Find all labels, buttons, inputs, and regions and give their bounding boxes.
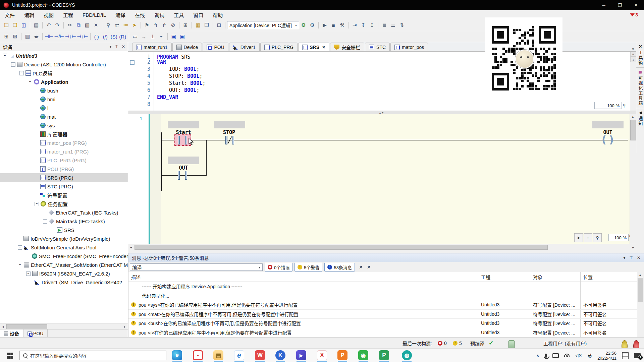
paste-button[interactable]: ▧ bbox=[83, 21, 91, 29]
menu-help[interactable]: 帮助 bbox=[208, 10, 227, 19]
select-tool-button[interactable]: ➤ bbox=[574, 233, 583, 242]
scroll-left-icon[interactable]: ◂ bbox=[128, 245, 134, 250]
tab-safety-fence[interactable]: 安全栅栏 bbox=[330, 43, 364, 51]
taskbar-app-recorder[interactable]: ● bbox=[193, 350, 203, 360]
clear-all-messages-icon[interactable]: ✕ bbox=[367, 264, 371, 270]
panel-dropdown-icon[interactable]: ▾ bbox=[109, 44, 111, 49]
find-button[interactable]: ⚲ bbox=[104, 21, 112, 29]
insert-reset-coil-button[interactable]: (R) bbox=[119, 33, 127, 41]
operand-comment-box[interactable] bbox=[168, 121, 199, 128]
logout-button[interactable]: ⚙ bbox=[308, 21, 316, 29]
tab-stc[interactable]: STC bbox=[365, 43, 390, 51]
ladder-horizontal-scrollbar[interactable]: ◂ ▸ bbox=[128, 244, 636, 250]
code-fold-toggle[interactable]: − bbox=[130, 60, 135, 65]
message-row[interactable]: 代码典型化... bbox=[128, 291, 644, 301]
start-button[interactable] bbox=[3, 349, 17, 362]
tab-list-dropdown-icon[interactable]: ▾ bbox=[632, 47, 634, 51]
taskbar-app-explorer[interactable]: ▤ bbox=[213, 350, 223, 360]
tree-item-mat[interactable]: mat bbox=[0, 112, 128, 121]
microphone-icon[interactable] bbox=[545, 354, 547, 358]
insert-input-button[interactable]: → bbox=[140, 33, 148, 41]
tree-item-mator-run1[interactable]: mator_run1 (PRG) bbox=[0, 147, 128, 156]
taskbar-app-video[interactable]: ▶ bbox=[296, 350, 306, 360]
taskbar-search-input[interactable]: 在这里输入你要搜索的内容 bbox=[19, 351, 166, 360]
menu-edit[interactable]: 编辑 bbox=[19, 10, 39, 19]
save-button[interactable]: ◫ bbox=[20, 21, 28, 29]
panel-close-icon[interactable]: ✕ bbox=[637, 255, 640, 260]
taskbar-app-edge[interactable]: e bbox=[172, 350, 182, 360]
tree-item-iodrv[interactable]: IoDrvVerySimple (IoDrvVerySimple) bbox=[0, 234, 128, 243]
tree-item-hmi[interactable]: hmi bbox=[0, 95, 128, 104]
taskbar-app-wechat[interactable]: ◉ bbox=[358, 350, 368, 360]
stop-button[interactable]: ■ bbox=[329, 21, 337, 29]
tree-item-maintask[interactable]: −MainTask (IEC-Tasks) bbox=[0, 217, 128, 226]
message-row[interactable]: !pou <bush>在你的已编译应用程序中不再可用,但是仍要在符号配置中进行配… bbox=[128, 319, 644, 328]
bookmark-prev-button[interactable]: ↰ bbox=[152, 21, 160, 29]
step-in-button[interactable]: ↧ bbox=[359, 21, 367, 29]
debug-button[interactable]: ⚒ bbox=[338, 21, 346, 29]
replace-button[interactable]: ⇄ bbox=[113, 21, 121, 29]
message-category-select[interactable]: 编译▾ bbox=[130, 263, 263, 271]
coil-left-paren[interactable]: ( bbox=[602, 135, 606, 145]
toggle-comment-button[interactable]: ⌁ bbox=[157, 33, 165, 41]
panel-pin-icon[interactable]: ⊤ bbox=[115, 44, 118, 49]
declaration-scrollbar[interactable]: ⊟ ▴ bbox=[630, 52, 636, 111]
camera-icon[interactable] bbox=[552, 353, 559, 358]
print-button[interactable]: ▤ bbox=[32, 21, 40, 29]
go-to-button[interactable]: ➤ bbox=[130, 21, 139, 29]
message-row[interactable]: !pou <sys>在你的已编译应用程序中不再可用,但是仍要在符号配置中进行配置… bbox=[128, 300, 644, 310]
scroll-right-icon[interactable]: ▸ bbox=[630, 245, 636, 250]
tab-pou[interactable]: POU bbox=[23, 329, 48, 337]
insert-box-button[interactable]: ⊠ bbox=[11, 33, 19, 41]
tree-horizontal-scrollbar[interactable]: ◂ ▸ bbox=[0, 323, 128, 329]
taskbar-app-media[interactable]: ◍ bbox=[402, 350, 412, 360]
clear-messages-icon[interactable]: ✕ bbox=[359, 264, 363, 270]
menu-debug[interactable]: 调试 bbox=[150, 10, 169, 19]
pan-tool-button[interactable]: + bbox=[584, 233, 592, 242]
panel-dropdown-icon[interactable]: ▾ bbox=[623, 255, 625, 260]
panel-close-icon[interactable]: ✕ bbox=[122, 44, 125, 49]
insert-coil-button[interactable]: ( ) bbox=[93, 33, 101, 41]
library-button[interactable]: ⊡ bbox=[215, 21, 223, 29]
tree-item-task-config[interactable]: −任务配置 bbox=[0, 199, 128, 208]
scroll-right-icon[interactable]: ▸ bbox=[122, 324, 128, 329]
properties-button[interactable]: ⊞ bbox=[181, 21, 190, 29]
ladder-zoom-level[interactable]: 100 % bbox=[608, 234, 629, 241]
contact-start-bar[interactable] bbox=[185, 136, 187, 144]
scroll-up-icon[interactable]: ▴ bbox=[637, 272, 643, 277]
menu-tools[interactable]: 工具 bbox=[169, 10, 189, 19]
tree-item-application[interactable]: −Application bbox=[0, 77, 128, 86]
contact-stop-bar[interactable] bbox=[232, 136, 234, 144]
scroll-left-icon[interactable]: ◂ bbox=[0, 324, 6, 329]
panel-pin-icon[interactable]: ⊤ bbox=[629, 255, 633, 260]
message-row[interactable]: !pou <i>在你的已编译应用程序中不再可用,但是仍要在符号配置中进行配置Un… bbox=[128, 328, 644, 338]
view-mode-button[interactable]: ▣ bbox=[178, 33, 186, 41]
tab-pou[interactable]: POU bbox=[203, 43, 228, 51]
tree-item-project[interactable]: −Untitled3 bbox=[0, 51, 128, 60]
menu-window[interactable]: 窗口 bbox=[189, 10, 208, 19]
tree-item-plc-logic[interactable]: −PLC逻辑 bbox=[0, 69, 128, 77]
menu-view[interactable]: 视图 bbox=[39, 10, 58, 19]
menu-fbdldil[interactable]: FBD/LD/IL bbox=[78, 10, 111, 19]
login-button[interactable]: ⚙ bbox=[300, 21, 308, 29]
menu-online[interactable]: 在线 bbox=[130, 10, 150, 19]
tree-item-plc-prg[interactable]: PLC_PRG (PRG) bbox=[0, 156, 128, 165]
insert-jump-button[interactable]: ◂▸ bbox=[32, 33, 40, 41]
zoom-tool-button[interactable]: ⚲ bbox=[593, 233, 602, 242]
tree-item-driver1[interactable]: Driver1 (SM_Drive_GenericDSP402 bbox=[0, 278, 128, 287]
menu-file[interactable]: 文件 bbox=[0, 10, 19, 19]
message-row[interactable]: ------ 开始构建应用程序 Device.Application -----… bbox=[128, 282, 644, 291]
tree-item-softmotion-pool[interactable]: −SoftMotion General Axis Pool bbox=[0, 243, 128, 252]
contact-out-label[interactable]: OUT bbox=[163, 165, 204, 171]
notification-center-icon[interactable]: 1 bbox=[634, 353, 641, 358]
operand-comment-box[interactable] bbox=[214, 121, 245, 128]
tree-item-bush[interactable]: bush bbox=[0, 86, 128, 95]
find-all-button[interactable]: ≔ bbox=[122, 21, 130, 29]
tab-mator-run1[interactable]: mator_run1 bbox=[132, 43, 172, 51]
tree-item-smc-freeencoder[interactable]: SMC_FreeEncoder (SMC_FreeEncoder) bbox=[0, 252, 128, 260]
insert-empty-box-button[interactable]: ▭ bbox=[131, 33, 139, 41]
grid-button[interactable]: ▦ bbox=[194, 21, 202, 29]
scroll-up-icon[interactable]: ▴ bbox=[630, 114, 636, 119]
insert-negated-coil-button[interactable]: (/) bbox=[101, 33, 109, 41]
insert-assign-button[interactable]: ▥ bbox=[23, 33, 32, 41]
